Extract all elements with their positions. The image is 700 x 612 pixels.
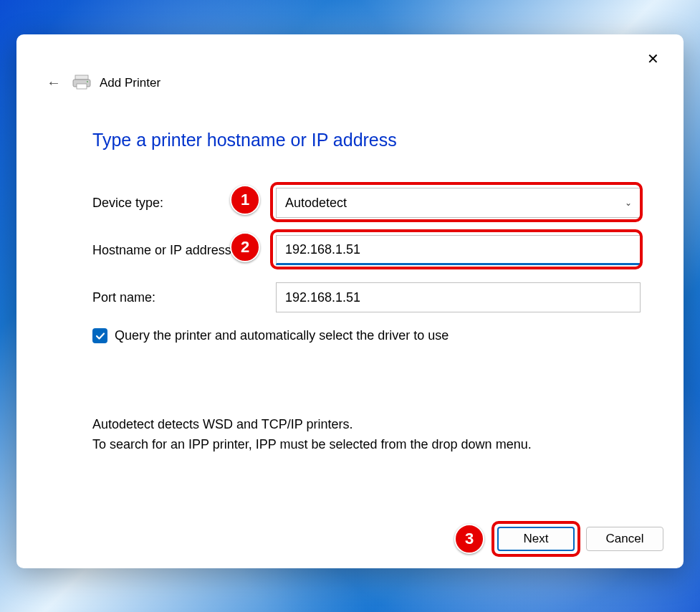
dialog-title: Add Printer [100,76,160,90]
query-checkbox-label: Query the printer and automatically sele… [115,328,449,343]
port-name-input[interactable] [276,282,641,312]
close-icon[interactable]: ✕ [643,47,663,70]
hostname-input[interactable] [276,235,641,265]
query-checkbox[interactable] [92,328,107,343]
next-button[interactable]: Next [497,527,575,551]
info-line-1: Autodetect detects WSD and TCP/IP printe… [92,415,620,435]
info-line-2: To search for an IPP printer, IPP must b… [92,435,620,455]
port-name-row: Port name: [92,282,641,312]
back-arrow-icon[interactable]: ← [44,73,64,92]
add-printer-dialog: ✕ ← Add Printer Type a printer hostname … [16,34,684,568]
query-checkbox-row: Query the printer and automatically sele… [92,328,663,343]
svg-rect-2 [77,84,87,89]
device-type-select[interactable]: Autodetect [276,188,641,218]
dialog-titlebar: ← Add Printer [37,73,663,92]
hostname-row: Hostname or IP address: 2 [92,235,641,265]
port-name-label: Port name: [92,290,276,305]
annotation-badge-2: 2 [230,232,260,262]
svg-point-3 [87,81,88,82]
svg-rect-0 [75,75,88,80]
dialog-footer: 3 Next Cancel [37,512,663,551]
annotation-badge-3: 3 [454,524,484,554]
printer-icon [72,74,91,92]
info-text: Autodetect detects WSD and TCP/IP printe… [92,415,620,455]
device-type-row: Device type: Autodetect ⌄ 1 [92,188,641,218]
cancel-button[interactable]: Cancel [586,527,663,551]
dialog-heading: Type a printer hostname or IP address [92,130,663,150]
annotation-badge-1: 1 [230,185,260,215]
